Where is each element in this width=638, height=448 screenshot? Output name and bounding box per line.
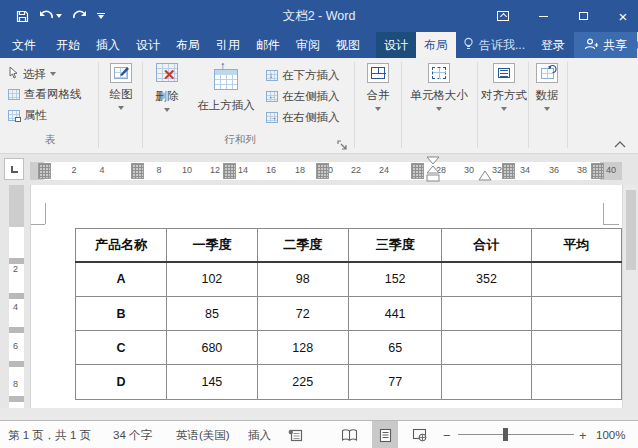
table-column-marker[interactable] [38, 163, 51, 179]
macro-record-icon[interactable] [288, 421, 303, 448]
tab-table-design[interactable]: 设计 [376, 32, 416, 58]
merge-button[interactable]: 合并 [357, 63, 399, 111]
table-cell[interactable]: 65 [348, 331, 441, 365]
share-button[interactable]: 共享 [574, 32, 637, 58]
table-row-marker[interactable] [9, 396, 24, 402]
print-layout-button[interactable] [372, 421, 398, 448]
table-column-marker[interactable] [502, 163, 515, 179]
tab-file[interactable]: 文件 [0, 32, 48, 58]
table-cell[interactable] [442, 365, 531, 400]
header-cell[interactable]: 三季度 [348, 229, 441, 262]
language-indicator[interactable]: 英语(美国) [176, 421, 230, 448]
insert-left-button[interactable]: ← 在左侧插入 [266, 89, 340, 104]
insert-right-button[interactable]: → 在右侧插入 [266, 110, 340, 125]
redo-icon[interactable] [72, 10, 87, 22]
table-column-marker[interactable] [411, 163, 424, 179]
undo-dropdown-icon[interactable] [56, 14, 62, 18]
table-row-marker[interactable] [9, 258, 24, 264]
delete-button[interactable]: ✕ 删除 [146, 63, 188, 112]
zoom-out-button[interactable]: − [443, 421, 451, 448]
tab-review[interactable]: 审阅 [288, 32, 328, 58]
table-cell[interactable]: D [76, 365, 167, 400]
table-row-marker[interactable] [9, 327, 24, 333]
table-row-marker[interactable] [9, 361, 24, 367]
tab-table-layout[interactable]: 布局 [416, 32, 456, 58]
zoom-level[interactable]: 100% [596, 421, 625, 448]
vertical-scrollbar[interactable] [622, 185, 638, 420]
web-layout-button[interactable] [406, 421, 432, 448]
table-cell[interactable]: 128 [257, 331, 348, 365]
table-row-marker[interactable] [9, 293, 24, 299]
table-cell[interactable] [442, 331, 531, 365]
header-cell[interactable]: 一季度 [167, 229, 257, 262]
table-cell[interactable]: 77 [348, 365, 441, 400]
document-table[interactable]: 产品名称 一季度 二季度 三季度 合计 平均 A 102 98 152 352 … [75, 228, 622, 400]
close-icon[interactable]: × [616, 9, 630, 23]
zoom-slider-track[interactable] [458, 434, 574, 435]
tab-home[interactable]: 开始 [48, 32, 88, 58]
indent-markers[interactable] [425, 155, 441, 186]
rows-cols-dialog-launcher-icon[interactable] [337, 140, 348, 153]
table-cell[interactable]: 145 [167, 365, 257, 400]
tab-mailings[interactable]: 邮件 [248, 32, 288, 58]
horizontal-scrollbar[interactable] [0, 408, 638, 420]
right-indent-marker[interactable] [478, 170, 492, 182]
table-cell[interactable]: 152 [348, 262, 441, 297]
table-cell[interactable] [531, 331, 621, 365]
customize-qat-icon[interactable] [97, 13, 105, 19]
tab-view[interactable]: 视图 [328, 32, 368, 58]
header-cell[interactable]: 平均 [531, 229, 621, 262]
select-button[interactable]: 选择 [8, 66, 56, 82]
vertical-ruler[interactable]: 2 4 6 8 [9, 185, 24, 408]
horizontal-ruler[interactable]: 2 4 8 10 12 14 16 18 20 22 24 28 30 32 3… [30, 162, 622, 180]
table-cell[interactable]: 102 [167, 262, 257, 297]
tab-developer[interactable]: 开发工具 [368, 32, 376, 58]
table-cell[interactable]: B [76, 297, 167, 331]
table-column-marker[interactable] [316, 163, 329, 179]
table-cell[interactable] [531, 297, 621, 331]
tab-references[interactable]: 引用 [208, 32, 248, 58]
scrollbar-thumb[interactable] [626, 190, 636, 270]
table-cell[interactable]: 98 [257, 262, 348, 297]
save-icon[interactable] [16, 10, 29, 23]
table-cell[interactable]: 72 [257, 297, 348, 331]
table-column-marker[interactable] [131, 163, 144, 179]
tell-me-box[interactable]: 告诉我... [456, 32, 532, 58]
zoom-slider-thumb[interactable] [503, 428, 508, 441]
sign-in-button[interactable]: 登录 [532, 32, 574, 58]
page-info[interactable]: 第 1 页，共 1 页 [8, 421, 91, 448]
tab-layout[interactable]: 布局 [168, 32, 208, 58]
document-page[interactable]: 产品名称 一季度 二季度 三季度 合计 平均 A 102 98 152 352 … [30, 185, 622, 408]
insert-mode[interactable]: 插入 [248, 421, 271, 448]
undo-icon[interactable] [39, 10, 62, 22]
cell-size-button[interactable]: 单元格大小 [405, 63, 473, 111]
table-cell[interactable]: 352 [442, 262, 531, 297]
properties-button[interactable]: 属性 [8, 108, 47, 123]
maximize-icon[interactable] [576, 9, 590, 23]
insert-above-button[interactable]: ↑ 在上方插入 [190, 63, 262, 113]
collapse-ribbon-icon[interactable] [614, 138, 626, 150]
read-mode-button[interactable] [336, 421, 362, 448]
table-cell[interactable]: 680 [167, 331, 257, 365]
word-count[interactable]: 34 个字 [113, 421, 152, 448]
insert-below-button[interactable]: ↓ 在下方插入 [266, 68, 340, 83]
table-cell[interactable] [531, 262, 621, 297]
header-cell[interactable]: 合计 [442, 229, 531, 262]
table-cell[interactable] [442, 297, 531, 331]
table-cell[interactable]: A [76, 262, 167, 297]
draw-table-button[interactable]: 绘图 [102, 63, 140, 110]
header-cell[interactable]: 二季度 [257, 229, 348, 262]
tab-insert[interactable]: 插入 [88, 32, 128, 58]
data-button[interactable]: 数据 [531, 63, 563, 111]
ribbon-display-options-icon[interactable] [496, 9, 510, 23]
alignment-button[interactable]: 对齐方式 [480, 63, 528, 111]
tab-design[interactable]: 设计 [128, 32, 168, 58]
table-cell[interactable]: C [76, 331, 167, 365]
view-gridlines-button[interactable]: 查看网格线 [8, 87, 82, 102]
header-cell[interactable]: 产品名称 [76, 229, 167, 262]
table-cell[interactable]: 85 [167, 297, 257, 331]
table-cell[interactable]: 441 [348, 297, 441, 331]
zoom-in-button[interactable]: + [579, 421, 587, 448]
table-column-marker[interactable] [591, 163, 604, 179]
tab-stop-selector[interactable] [4, 158, 24, 180]
